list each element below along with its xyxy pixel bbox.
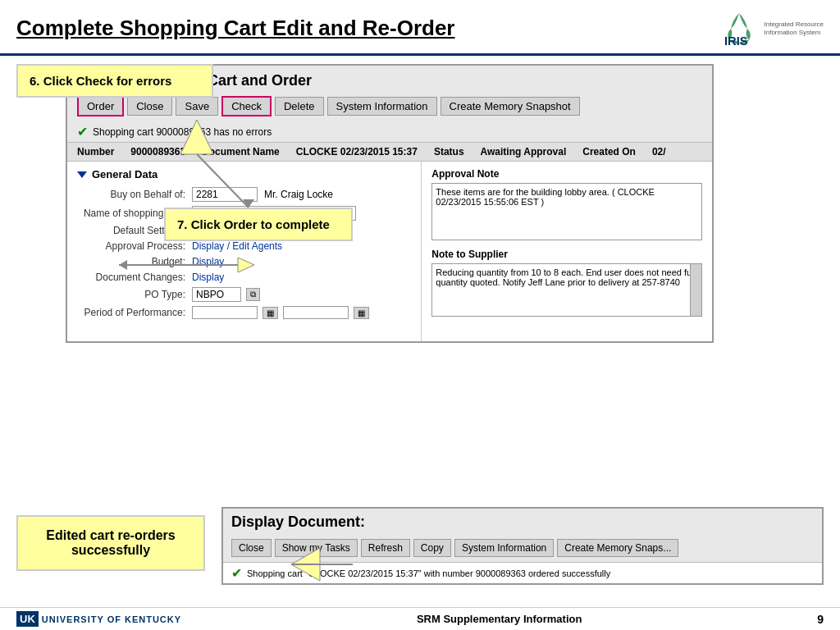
display-document-dialog: Display Document: Close Show my Tasks Re… (221, 507, 824, 585)
approval-note-label: Approval Note (431, 168, 702, 180)
dialog-right-panel: Approval Note These items are for the bu… (422, 162, 712, 341)
copy-button[interactable]: Copy (413, 539, 451, 557)
bottom-section: Edited cart re-orders successfully Displ… (0, 507, 840, 605)
callout-bottom: Edited cart re-orders successfully (16, 515, 205, 571)
iris-logo-subtitle: Integrated ResourceInformation System (765, 21, 824, 36)
period-start-cal[interactable]: ▦ (262, 307, 278, 319)
display-system-information-button[interactable]: System Information (454, 539, 554, 557)
delete-button[interactable]: Delete (275, 97, 324, 116)
buy-on-behalf-row: Buy on Behalf of: Mr. Craig Locke (77, 187, 411, 202)
dialog-success-message: ✔ Shopping cart 9000089363 has no errors (67, 121, 712, 142)
display-dialog-toolbar: Close Show my Tasks Refresh Copy System … (223, 536, 822, 562)
period-start-input[interactable] (192, 306, 258, 319)
change-shopping-cart-dialog: Change Shopping Cart and Order Order Clo… (66, 64, 714, 343)
scrollbar[interactable] (690, 264, 701, 316)
buy-on-behalf-input[interactable] (192, 187, 258, 202)
document-changes-row: Document Changes: Display (77, 272, 411, 283)
footer-center-text: SRM Supplementary Information (417, 613, 582, 625)
general-data-header: General Data (77, 168, 411, 180)
svg-text:IRIS: IRIS (724, 34, 748, 47)
period-of-performance-row: Period of Performance: ▦ ▦ (77, 306, 411, 319)
po-type-picker[interactable]: ⧉ (246, 288, 260, 301)
create-memory-snapshot-button[interactable]: Create Memory Snapshot (441, 97, 580, 116)
refresh-button[interactable]: Refresh (361, 539, 410, 557)
main-content: 6. Click Check for errors Change Shoppin… (0, 56, 840, 630)
close-button[interactable]: Close (127, 97, 172, 116)
footer-page-number: 9 (817, 613, 824, 626)
approval-process-row: Approval Process: Display / Edit Agents (77, 240, 411, 252)
approval-note-box: These items are for the building lobby a… (431, 183, 702, 240)
display-success-check-icon: ✔ (231, 565, 242, 581)
dialog-body: General Data Buy on Behalf of: Mr. Craig… (67, 161, 712, 341)
page-header: Complete Shopping Cart Edit and Re-Order… (0, 0, 840, 56)
callout-step7: 7. Click Order to complete (164, 208, 353, 241)
note-to-supplier-box: Reducing quantity from 10 to 8 each. End… (431, 263, 702, 317)
dialog-left-panel: General Data Buy on Behalf of: Mr. Craig… (67, 162, 422, 341)
display-dialog-title: Display Document: (223, 509, 822, 536)
show-my-tasks-button[interactable]: Show my Tasks (275, 539, 358, 557)
note-to-supplier-label: Note to Supplier (431, 249, 702, 260)
uk-box: UK (16, 611, 39, 627)
period-end-input[interactable] (283, 306, 349, 319)
order-button[interactable]: Order (77, 96, 124, 116)
dialog-info-row: Number 9000089363 Document Name CLOCKE 0… (67, 142, 712, 161)
collapse-icon[interactable] (77, 171, 87, 178)
budget-link[interactable]: Display (192, 256, 224, 267)
callout-step6: 6. Click Check for errors (16, 64, 213, 98)
save-button[interactable]: Save (176, 97, 218, 116)
iris-logo: IRIS Integrated ResourceInformation Syst… (719, 10, 824, 47)
po-type-row: PO Type: ⧉ (77, 287, 411, 302)
period-end-cal[interactable]: ▦ (354, 307, 369, 319)
iris-logo-icon: IRIS (719, 10, 760, 47)
display-create-memory-snapshot-button[interactable]: Create Memory Snaps... (557, 539, 678, 557)
uk-logo: UK UNIVERSITY OF KENTUCKY (16, 611, 181, 627)
university-text: UNIVERSITY OF KENTUCKY (42, 614, 181, 624)
document-changes-link[interactable]: Display (192, 272, 224, 283)
check-button[interactable]: Check (221, 96, 272, 116)
success-check-icon: ✔ (77, 124, 88, 139)
display-dialog-success: ✔ Shopping cart "CLOCKE 02/23/2015 15:37… (223, 562, 822, 583)
po-type-input[interactable] (192, 287, 241, 302)
page-footer: UK UNIVERSITY OF KENTUCKY SRM Supplement… (0, 607, 840, 630)
display-close-button[interactable]: Close (231, 539, 272, 557)
page-title: Complete Shopping Cart Edit and Re-Order (16, 16, 454, 41)
budget-row: Budget: Display (77, 256, 411, 267)
approval-process-link[interactable]: Display / Edit Agents (192, 240, 282, 252)
system-information-button[interactable]: System Information (327, 97, 437, 116)
